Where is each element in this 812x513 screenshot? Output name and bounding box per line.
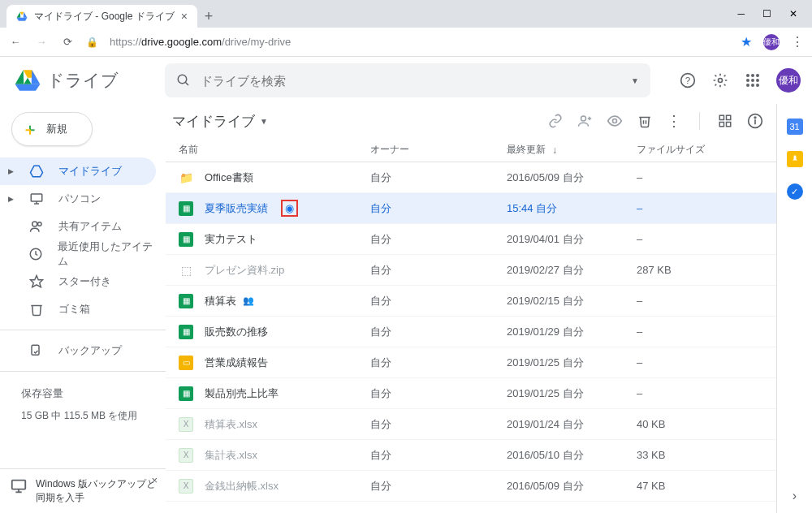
svg-point-17: [751, 74, 754, 77]
file-modified: 2019/02/27 自分: [507, 263, 637, 278]
svg-point-23: [751, 84, 754, 87]
svg-point-40: [613, 119, 617, 123]
sidebar-item-computer[interactable]: ▶パソコン: [0, 185, 156, 213]
sidebar-item-backup[interactable]: バックアップ: [0, 337, 156, 364]
file-owner: 自分: [370, 417, 507, 432]
svg-rect-43: [719, 123, 723, 127]
col-name[interactable]: 名前: [179, 143, 370, 157]
file-size: –: [637, 233, 763, 245]
file-size: 40 KB: [637, 418, 763, 430]
file-size: –: [637, 325, 763, 338]
col-owner[interactable]: オーナー: [370, 143, 507, 157]
file-owner: 自分: [370, 386, 507, 401]
col-size[interactable]: ファイルサイズ: [637, 143, 763, 157]
file-list: 📁Office書類 自分 2016/05/09 自分 – ▦夏季販売実績◉ 自分…: [166, 162, 776, 513]
svg-point-30: [38, 222, 42, 226]
sidebar-item-people[interactable]: 共有アイテム: [0, 213, 156, 240]
search-dropdown-icon[interactable]: ▼: [631, 76, 639, 85]
file-owner: 自分: [370, 170, 507, 185]
file-row[interactable]: ▭営業成績報告 自分 2019/01/25 自分 –: [166, 347, 776, 378]
svg-rect-34: [12, 481, 26, 489]
browser-tab[interactable]: マイドライブ - Google ドライブ ×: [6, 5, 197, 28]
more-icon[interactable]: ⋮: [667, 112, 681, 130]
check-badge-icon: ◉: [285, 202, 294, 214]
minimize-icon[interactable]: ─: [737, 8, 745, 19]
file-size: 33 KB: [637, 449, 763, 461]
file-name: 実力テスト: [205, 232, 257, 247]
file-modified: 2016/05/10 自分: [507, 448, 637, 463]
apps-grid-icon[interactable]: [744, 71, 762, 89]
excel-icon: X: [179, 448, 193, 463]
close-tab-icon[interactable]: ×: [181, 10, 188, 23]
file-modified: 2019/01/24 自分: [507, 417, 637, 432]
people-icon: [29, 219, 44, 234]
trash-icon[interactable]: [637, 114, 652, 128]
new-button-label: 新規: [46, 122, 67, 136]
close-window-icon[interactable]: ✕: [789, 8, 797, 19]
profile-avatar[interactable]: 優和: [776, 68, 801, 93]
backup-promo[interactable]: Windows 版バックアップと同期を入手 ×: [0, 468, 166, 513]
sidebar-item-trash[interactable]: ゴミ箱: [0, 295, 156, 323]
monitor-icon: [10, 477, 28, 495]
svg-marker-1: [20, 12, 24, 15]
share-person-icon[interactable]: [577, 114, 592, 128]
file-row[interactable]: ▦実力テスト 自分 2019/04/01 自分 –: [166, 224, 776, 255]
svg-point-37: [581, 116, 586, 121]
maximize-icon[interactable]: ☐: [762, 8, 771, 19]
content-toolbar: マイドライブ ▼ ⋮: [166, 104, 776, 138]
info-icon[interactable]: [747, 113, 763, 129]
computer-icon: [29, 192, 44, 206]
svg-rect-26: [31, 194, 42, 201]
new-tab-button[interactable]: +: [197, 5, 220, 28]
svg-point-22: [746, 84, 749, 87]
bookmark-star-icon[interactable]: ★: [741, 34, 752, 50]
close-promo-icon[interactable]: ×: [151, 474, 158, 486]
tasks-icon[interactable]: ✓: [787, 183, 803, 200]
search-box[interactable]: ▼: [165, 63, 650, 97]
file-name: 夏季販売実績: [205, 201, 268, 216]
settings-gear-icon[interactable]: [711, 71, 729, 89]
file-row[interactable]: ▦積算表👥 自分 2019/02/15 自分 –: [166, 286, 776, 317]
file-name: 積算表: [205, 294, 236, 308]
search-input[interactable]: [201, 74, 621, 88]
url-text[interactable]: https://drive.google.com/drive/my-drive: [110, 36, 729, 48]
new-button[interactable]: ＋ 新規: [11, 112, 93, 146]
file-row[interactable]: 📁Office書類 自分 2016/05/09 自分 –: [166, 162, 776, 193]
link-icon[interactable]: [548, 114, 563, 128]
grid-view-icon[interactable]: [718, 114, 732, 128]
browser-menu-icon[interactable]: ⋮: [791, 34, 804, 50]
sidebar-item-star[interactable]: スター付き: [0, 268, 156, 295]
window-controls: ─ ☐ ✕: [723, 0, 812, 28]
file-row[interactable]: X積算表.xlsx 自分 2019/01/24 自分 40 KB: [166, 409, 776, 440]
back-icon[interactable]: ←: [8, 36, 23, 48]
lock-icon[interactable]: 🔒: [86, 37, 98, 48]
content-area: マイドライブ ▼ ⋮ 名前 オーナー 最終更新↓ ファイルサイズ 📁Office…: [166, 104, 776, 513]
file-row[interactable]: ▦夏季販売実績◉ 自分 15:44 自分 –: [166, 193, 776, 224]
reload-icon[interactable]: ⟳: [60, 36, 75, 48]
chevron-right-icon[interactable]: ›: [793, 489, 797, 503]
help-icon[interactable]: ?: [679, 71, 697, 89]
breadcrumb[interactable]: マイドライブ ▼: [172, 112, 268, 131]
storage-section[interactable]: 保存容量 15 GB 中 115.5 MB を使用: [0, 378, 166, 423]
file-size: 47 KB: [637, 480, 763, 492]
svg-marker-8: [15, 70, 24, 84]
sidebar-item-label: 最近使用したアイテム: [58, 239, 156, 269]
calendar-icon[interactable]: 31: [787, 119, 803, 135]
profile-avatar-small[interactable]: 優和: [763, 34, 780, 50]
sidebar-item-drive[interactable]: ▶マイドライブ: [0, 157, 156, 185]
file-owner: 自分: [370, 294, 507, 308]
file-row[interactable]: X金銭出納帳.xlsx 自分 2016/05/09 自分 47 KB: [166, 471, 776, 502]
sidebar-item-clock[interactable]: 最近使用したアイテム: [0, 240, 156, 268]
preview-eye-icon[interactable]: [607, 113, 623, 129]
col-modified[interactable]: 最終更新↓: [507, 143, 637, 157]
svg-point-19: [746, 79, 749, 82]
sidebar-item-label: マイドライブ: [58, 164, 122, 179]
forward-icon[interactable]: →: [34, 36, 49, 48]
file-row[interactable]: ▦販売数の推移 自分 2019/01/29 自分 –: [166, 317, 776, 347]
file-row[interactable]: X集計表.xlsx 自分 2016/05/10 自分 33 KB: [166, 440, 776, 471]
drive-logo[interactable]: ドライブ: [15, 69, 165, 92]
keep-icon[interactable]: [787, 151, 803, 167]
file-row[interactable]: ⬚プレゼン資料.zip 自分 2019/02/27 自分 287 KB: [166, 255, 776, 286]
file-row[interactable]: ▦製品別売上比率 自分 2019/01/25 自分 –: [166, 378, 776, 409]
svg-text:?: ?: [685, 75, 691, 85]
